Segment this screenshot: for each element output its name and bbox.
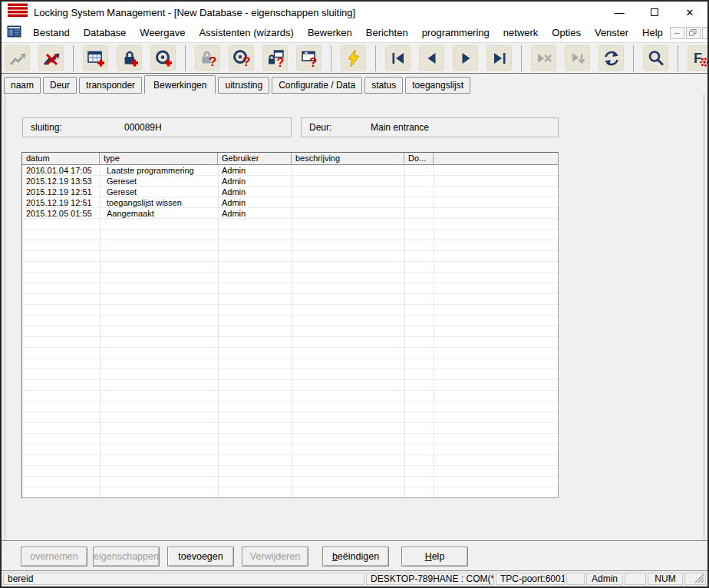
cell-datum: 2015.12.05 01:55 (22, 208, 100, 219)
table-row[interactable]: 2015.12.19 12:51 Gereset Admin (22, 187, 558, 197)
menu-bar: Bestand Database Weergave Assistenten (w… (2, 23, 707, 42)
deur-value: Main entrance (371, 122, 429, 133)
read-config-icon[interactable]: ? (296, 45, 322, 71)
menu-bewerken[interactable]: Bewerken (301, 25, 359, 41)
cell-datum: 2016.01.04 17:05 (22, 165, 100, 176)
status-ready: bereid (3, 573, 364, 585)
tab-transponder[interactable]: transponder (79, 77, 142, 94)
column-header-gebruiker[interactable]: Gebruiker (218, 153, 292, 165)
toolbar-separator (521, 45, 522, 71)
status-user: Admin (586, 573, 623, 585)
cell-type: Laatste programmering (100, 165, 218, 176)
cell-datum: 2015.12.19 12:51 (22, 197, 100, 208)
connect-icon[interactable] (5, 45, 30, 71)
svg-text:?: ? (242, 55, 250, 68)
menu-programmering[interactable]: programmering (415, 25, 496, 41)
read-lock-icon[interactable]: ? (195, 45, 220, 71)
cell-datum: 2015.12.19 12:51 (22, 187, 100, 197)
next-record-icon[interactable] (453, 45, 478, 71)
menu-database[interactable]: Database (77, 25, 134, 41)
menu-berichten[interactable]: Berichten (359, 25, 415, 41)
new-locking-plan-icon[interactable] (83, 45, 108, 71)
column-header-do[interactable]: Do... (404, 153, 434, 165)
resize-grip[interactable] (684, 573, 706, 585)
toevoegen-button[interactable]: toevoegen (167, 547, 234, 567)
tab-configuratie-data[interactable]: Configuratie / Data (272, 77, 362, 94)
beeindigen-button[interactable]: beëindigen (322, 547, 389, 567)
previous-record-icon[interactable] (419, 45, 444, 71)
sluiting-value: 000089H (124, 122, 162, 133)
status-port: TPC-poort:6001 (496, 573, 565, 585)
svg-text:F: F (694, 51, 702, 66)
cell-type: toegangslijst wissen (100, 197, 218, 208)
column-header-datum[interactable]: datum (22, 153, 100, 165)
menu-bestand[interactable]: Bestand (26, 25, 77, 41)
skip-down-icon (565, 45, 590, 71)
filter-settings-icon[interactable]: F (688, 45, 709, 71)
toolbar-separator (375, 45, 376, 71)
menu-opties[interactable]: Opties (545, 25, 588, 41)
status-spacer (566, 573, 585, 585)
cell-gebruiker: Admin (218, 176, 292, 187)
minimize-button[interactable]: — (602, 2, 637, 23)
app-window: Locking System Management - [New Databas… (0, 0, 709, 588)
svg-text:?: ? (209, 55, 216, 68)
tab-status[interactable]: status (364, 77, 403, 94)
menu-venster[interactable]: Venster (588, 25, 635, 41)
close-button[interactable]: ✕ (672, 2, 707, 23)
column-header-type[interactable]: type (100, 153, 218, 165)
deur-label: Deur: (302, 122, 371, 133)
maximize-button[interactable] (637, 2, 672, 23)
new-lock-icon[interactable] (117, 45, 142, 71)
status-bar: bereid DESKTOP-789HANE : COM(*) TPC-poor… (2, 570, 707, 586)
window-title: Locking System Management - [New Databas… (34, 7, 602, 18)
column-header-beschrijving[interactable]: beschrijving (292, 153, 404, 165)
table-row[interactable]: 2015.12.19 13:53 Gereset Admin (22, 176, 558, 187)
last-record-icon[interactable] (486, 45, 512, 71)
tab-toegangslijst[interactable]: toegangslijst (405, 77, 470, 94)
title-bar: Locking System Management - [New Databas… (2, 2, 707, 23)
mdi-frame-left (5, 94, 5, 540)
new-transponder-icon[interactable] (150, 45, 176, 71)
menu-help[interactable]: Help (635, 25, 670, 41)
read-transponder-icon[interactable]: ? (229, 45, 254, 71)
menu-weergave[interactable]: Weergave (133, 25, 192, 41)
table-row[interactable]: 2015.12.19 12:51 toegangslijst wissen Ad… (22, 197, 558, 208)
cell-gebruiker: Admin (218, 197, 292, 208)
menu-netwerk[interactable]: netwerk (496, 25, 546, 41)
refresh-icon[interactable] (599, 45, 624, 71)
tab-uitrusting[interactable]: uitrusting (218, 77, 269, 94)
cell-type: Aangemaakt (100, 208, 218, 219)
cell-gebruiker: Admin (218, 165, 292, 176)
column-header-empty (434, 153, 558, 165)
first-record-icon[interactable] (385, 45, 411, 71)
mdi-minimize-button[interactable]: – (670, 27, 684, 39)
search-icon[interactable] (643, 45, 668, 71)
cell-gebruiker: Admin (218, 187, 292, 197)
document-icon (7, 25, 21, 41)
disconnect-icon[interactable] (38, 45, 64, 71)
table-row[interactable]: 2016.01.04 17:05 Laatste programmering A… (22, 165, 558, 176)
tab-bewerkingen[interactable]: Bewerkingen (144, 75, 216, 94)
tab-deur[interactable]: Deur (43, 77, 77, 94)
svg-text:?: ? (276, 55, 284, 68)
mdi-frame-right (704, 94, 704, 540)
table-row[interactable]: 2015.12.05 01:55 Aangemaakt Admin (22, 208, 558, 219)
table-body[interactable]: 2016.01.04 17:05 Laatste programmering A… (22, 165, 558, 497)
tab-naam[interactable]: naam (4, 77, 41, 94)
help-button[interactable]: Help (401, 547, 468, 567)
mdi-restore-button[interactable] (686, 27, 701, 39)
sluiting-field: sluiting: 000089H (22, 117, 292, 137)
eigenschappen-button: eigenschappen (93, 547, 160, 567)
mdi-close-button[interactable]: ✕ (702, 27, 709, 39)
read-lock-config-icon[interactable]: ? (262, 45, 288, 71)
app-logo-icon (8, 3, 28, 21)
menu-assistenten[interactable]: Assistenten (wizards) (192, 25, 301, 41)
toolbar-separator (678, 45, 678, 71)
toolbar-separator (633, 45, 634, 71)
button-panel: overnemen eigenschappen toevoegen Verwij… (2, 540, 707, 570)
toolbar-separator (185, 45, 186, 71)
cell-type: Gereset (100, 176, 218, 187)
program-flash-icon[interactable] (341, 45, 366, 71)
status-spacer (625, 573, 646, 585)
